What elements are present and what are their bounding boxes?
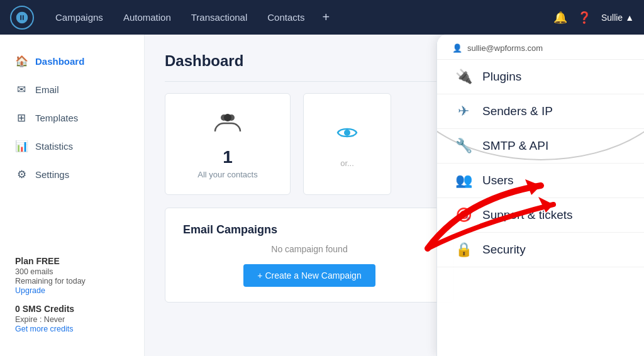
top-navigation: Campaigns Automation Transactional Conta… <box>0 0 644 35</box>
dropdown-plugins[interactable]: 🔌 Plugins <box>437 60 644 94</box>
sms-title: 0 SMS Credits <box>15 304 129 314</box>
dropdown-users[interactable]: 👥 Users <box>437 164 644 198</box>
second-card: or... <box>303 93 391 195</box>
dropdown-support[interactable]: 🎯 Support & tickets <box>437 198 644 233</box>
svg-point-3 <box>224 114 231 121</box>
second-card-label: or... <box>340 159 354 168</box>
sidebar-item-statistics[interactable]: 📊 Statistics <box>0 132 144 160</box>
smtp-icon: 🔧 <box>455 138 472 154</box>
sidebar-item-settings[interactable]: ⚙ Settings <box>0 160 144 189</box>
support-label: Support & tickets <box>482 208 573 222</box>
nav-transactional[interactable]: Transactional <box>182 8 257 26</box>
sms-credits-link[interactable]: Get more credits <box>15 325 129 333</box>
user-menu[interactable]: Sullie ▲ <box>601 13 634 23</box>
logo[interactable] <box>10 6 34 30</box>
plan-title: Plan FREE <box>15 256 129 266</box>
sms-expire: Expire : Never <box>15 315 129 324</box>
sidebar-item-templates[interactable]: ⊞ Templates <box>0 104 144 132</box>
sidebar-label-dashboard: Dashboard <box>35 56 84 67</box>
sidebar: 🏠 Dashboard ✉ Email ⊞ Templates 📊 Statis… <box>0 35 145 356</box>
user-icon: 👤 <box>452 43 462 53</box>
sms-section: 0 SMS Credits Expire : Never Get more cr… <box>15 304 129 333</box>
sidebar-label-statistics: Statistics <box>35 141 73 152</box>
user-caret: ▲ <box>625 13 634 23</box>
plugins-label: Plugins <box>482 70 521 84</box>
upgrade-link[interactable]: Upgrade <box>15 286 129 295</box>
email-icon: ✉ <box>15 83 28 96</box>
nav-links: Campaigns Automation Transactional Conta… <box>47 8 553 27</box>
sidebar-label-settings: Settings <box>35 169 69 180</box>
users-label: Users <box>482 174 514 187</box>
main-content: Dashboard 1 All your contacts <box>145 35 644 356</box>
ec-empty: No campaign found <box>183 244 436 254</box>
security-label: Security <box>482 243 526 257</box>
svg-point-4 <box>344 130 350 136</box>
sidebar-item-email[interactable]: ✉ Email <box>0 75 144 104</box>
smtp-label: SMTP & API <box>482 139 548 153</box>
settings-icon: ⚙ <box>15 168 28 181</box>
statistics-icon: 📊 <box>15 140 28 153</box>
notifications-icon[interactable]: 🔔 <box>553 11 567 25</box>
user-name: Sullie <box>601 13 623 23</box>
dropdown-smtp-api[interactable]: 🔧 SMTP & API <box>437 129 644 164</box>
help-icon[interactable]: ❓ <box>577 11 591 25</box>
support-icon: 🎯 <box>455 207 472 223</box>
nav-contacts[interactable]: Contacts <box>258 8 313 26</box>
templates-icon: ⊞ <box>15 111 28 125</box>
senders-icon: ✈ <box>455 103 472 120</box>
contacts-card: 1 All your contacts <box>165 93 291 195</box>
contacts-label: All your contacts <box>197 170 257 179</box>
security-icon: 🔒 <box>455 242 472 258</box>
dashboard-icon: 🏠 <box>15 55 28 68</box>
nav-right: 🔔 ❓ Sullie ▲ <box>553 11 634 25</box>
nav-plus[interactable]: + <box>316 8 336 27</box>
dropdown-user-email: sullie@wpforms.com <box>467 43 543 53</box>
sidebar-label-templates: Templates <box>35 113 78 123</box>
users-icon: 👥 <box>455 172 472 189</box>
contacts-number: 1 <box>223 147 233 167</box>
nav-automation[interactable]: Automation <box>114 8 180 26</box>
email-campaigns-section: Email Campaigns No campaign found + Crea… <box>165 208 454 303</box>
nav-campaigns[interactable]: Campaigns <box>47 8 112 26</box>
dropdown-user-row: 👤 sullie@wpforms.com <box>437 35 644 60</box>
page-layout: 🏠 Dashboard ✉ Email ⊞ Templates 📊 Statis… <box>0 35 644 356</box>
contacts-card-icon <box>214 109 242 142</box>
create-campaign-button[interactable]: + Create a New Campaign <box>243 264 375 287</box>
plugins-icon: 🔌 <box>455 69 472 85</box>
sidebar-item-dashboard[interactable]: 🏠 Dashboard <box>0 47 144 75</box>
plan-remaining: Remaining for today <box>15 277 129 286</box>
dropdown-menu: 👤 sullie@wpforms.com 🔌 Plugins ✈ Senders… <box>436 35 644 356</box>
ec-title: Email Campaigns <box>183 223 436 236</box>
sidebar-footer: Plan FREE 300 emails Remaining for today… <box>0 246 144 343</box>
eye-icon <box>335 120 360 151</box>
dropdown-senders-ip[interactable]: ✈ Senders & IP <box>437 94 644 129</box>
dropdown-security[interactable]: 🔒 Security <box>437 233 644 267</box>
sidebar-label-email: Email <box>35 84 59 95</box>
plan-emails: 300 emails <box>15 267 129 276</box>
senders-label: Senders & IP <box>482 104 553 118</box>
